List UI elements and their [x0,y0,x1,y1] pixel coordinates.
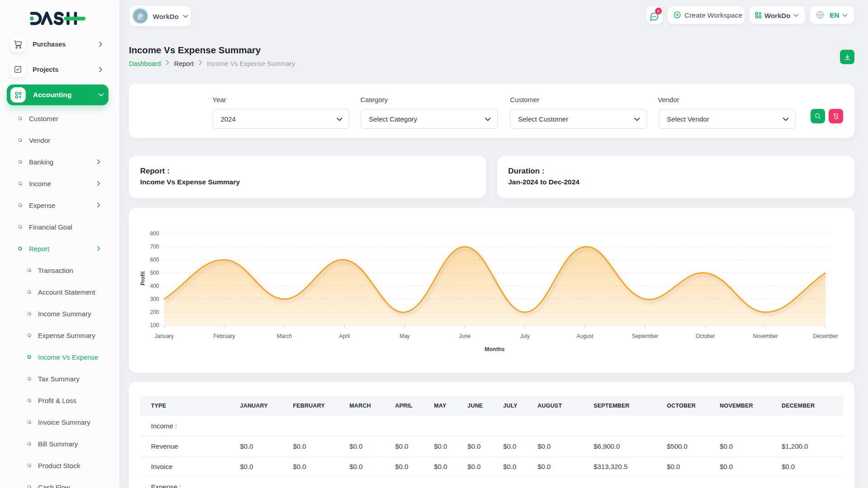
svg-text:800: 800 [150,230,159,237]
svg-text:700: 700 [150,244,159,250]
svg-text:October: October [696,333,715,339]
svg-text:April: April [339,333,350,339]
svg-text:Months: Months [485,346,505,352]
svg-text:June: June [459,333,471,339]
svg-text:May: May [400,333,410,339]
svg-text:200: 200 [150,309,159,315]
svg-text:300: 300 [150,296,159,302]
svg-text:December: December [813,333,838,339]
svg-text:100: 100 [150,322,159,328]
svg-text:March: March [277,333,292,339]
svg-text:Profit: Profit [140,271,146,285]
svg-text:July: July [520,333,529,339]
svg-text:November: November [753,333,778,339]
svg-text:September: September [632,333,659,339]
svg-text:January: January [155,333,174,339]
svg-text:400: 400 [150,283,159,289]
svg-text:February: February [213,333,235,339]
svg-text:500: 500 [150,270,159,276]
svg-text:600: 600 [150,257,159,263]
svg-text:August: August [576,333,594,339]
